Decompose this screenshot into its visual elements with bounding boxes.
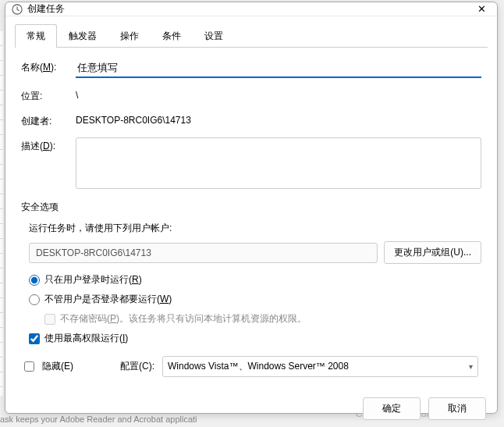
checkbox-nopass-label: 不存储密码(P)。该任务将只有访问本地计算机资源的权限。 bbox=[60, 312, 307, 326]
close-button[interactable]: ✕ bbox=[472, 3, 491, 15]
radio-logged-on-input[interactable] bbox=[29, 275, 40, 286]
location-value: \ bbox=[76, 87, 481, 101]
security-prompt: 运行任务时，请使用下列用户帐户: bbox=[29, 222, 481, 235]
name-input[interactable] bbox=[76, 59, 481, 78]
desc-label: 描述(D): bbox=[21, 137, 76, 153]
titlebar: 创建任务 ✕ bbox=[5, 2, 497, 16]
checkbox-highest[interactable]: 使用最高权限运行(I) bbox=[29, 332, 481, 345]
bg-left-strip bbox=[0, 31, 3, 396]
radio-any-login-input[interactable] bbox=[29, 294, 40, 305]
cancel-button[interactable]: 取消 bbox=[428, 397, 486, 420]
account-display: DESKTOP-8RC0IG6\14713 bbox=[29, 243, 378, 263]
config-label: 配置(C): bbox=[120, 360, 154, 373]
checkbox-nopass: 不存储密码(P)。该任务将只有访问本地计算机资源的权限。 bbox=[44, 312, 481, 326]
tab-actions[interactable]: 操作 bbox=[108, 24, 151, 48]
checkbox-nopass-input bbox=[44, 314, 55, 325]
window-title: 创建任务 bbox=[27, 2, 472, 16]
change-user-button[interactable]: 更改用户或组(U)... bbox=[384, 241, 481, 264]
checkbox-highest-input[interactable] bbox=[29, 333, 40, 344]
ok-button[interactable]: 确定 bbox=[363, 397, 421, 420]
tab-settings[interactable]: 设置 bbox=[193, 24, 235, 48]
radio-any-login[interactable]: 不管用户是否登录都要运行(W) bbox=[29, 293, 481, 306]
desc-textarea[interactable] bbox=[76, 137, 481, 189]
checkbox-hidden-label: 隐藏(E) bbox=[42, 360, 73, 373]
location-label: 位置: bbox=[21, 87, 76, 103]
name-label: 名称(M): bbox=[21, 59, 76, 74]
content: 常规 触发器 操作 条件 设置 名称(M): 位置: \ 创建者: DESKTO… bbox=[5, 16, 497, 390]
radio-logged-on[interactable]: 只在用户登录时运行(R) bbox=[29, 273, 481, 286]
security-title: 安全选项 bbox=[21, 201, 481, 214]
radio-any-login-label: 不管用户是否登录都要运行(W) bbox=[44, 293, 172, 306]
author-label: 创建者: bbox=[21, 112, 76, 128]
create-task-dialog: 创建任务 ✕ 常规 触发器 操作 条件 设置 名称(M): 位置: \ 创建者:… bbox=[5, 2, 498, 414]
checkbox-highest-label: 使用最高权限运行(I) bbox=[44, 332, 128, 345]
tab-general[interactable]: 常规 bbox=[15, 24, 57, 48]
chevron-down-icon: ▾ bbox=[469, 362, 473, 371]
tab-conditions[interactable]: 条件 bbox=[151, 24, 193, 48]
general-panel: 名称(M): 位置: \ 创建者: DESKTOP-8RC0IG6\14713 … bbox=[15, 48, 488, 383]
footer: 确定 取消 bbox=[5, 390, 497, 427]
author-value: DESKTOP-8RC0IG6\14713 bbox=[76, 112, 481, 126]
radio-logged-on-label: 只在用户登录时运行(R) bbox=[44, 273, 142, 286]
tab-triggers[interactable]: 触发器 bbox=[57, 24, 108, 48]
config-select[interactable]: Windows Vista™、Windows Server™ 2008 ▾ bbox=[162, 356, 478, 377]
tab-strip: 常规 触发器 操作 条件 设置 bbox=[15, 24, 488, 48]
clock-icon bbox=[12, 4, 23, 15]
checkbox-hidden-input[interactable] bbox=[24, 361, 34, 372]
config-select-value: Windows Vista™、Windows Server™ 2008 bbox=[168, 360, 349, 373]
